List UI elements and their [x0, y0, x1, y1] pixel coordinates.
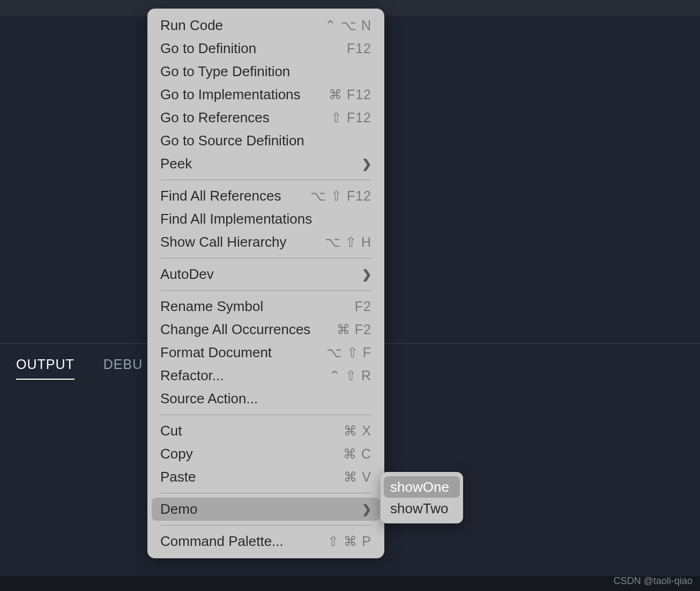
menu-item-autodev[interactable]: AutoDev ❯: [147, 263, 384, 286]
menu-item-shortcut: ⌃ ⇧ R: [329, 368, 371, 383]
menu-item-cut[interactable]: Cut ⌘ X: [147, 419, 384, 442]
menu-item-shortcut: ⌥ ⇧ H: [325, 234, 371, 250]
menu-item-shortcut: ⌃ ⌥ N: [325, 18, 371, 33]
submenu-item-showtwo[interactable]: showTwo: [381, 498, 463, 519]
menu-item-shortcut: ⌘ F12: [329, 87, 371, 102]
menu-item-shortcut: ⇧ F12: [331, 110, 371, 125]
chevron-right-icon: ❯: [362, 157, 371, 171]
menu-item-format-document[interactable]: Format Document ⌥ ⇧ F: [147, 341, 384, 364]
menu-item-refactor[interactable]: Refactor... ⌃ ⇧ R: [147, 364, 384, 387]
menu-item-label: Change All Occurrences: [160, 321, 337, 338]
menu-item-label: Go to Type Definition: [160, 63, 371, 80]
menu-item-shortcut: ⌥ ⇧ F12: [310, 188, 371, 204]
menu-item-label: Go to Implementations: [160, 86, 329, 103]
status-bar: [0, 576, 700, 591]
menu-item-go-to-references[interactable]: Go to References ⇧ F12: [147, 106, 384, 129]
menu-item-shortcut: F12: [347, 41, 371, 56]
menu-item-label: Refactor...: [160, 367, 329, 384]
menu-item-label: Paste: [160, 469, 344, 485]
menu-item-label: Copy: [160, 446, 343, 462]
menu-group: Cut ⌘ X Copy ⌘ C Paste ⌘ V: [147, 418, 384, 490]
menu-item-label: Demo: [160, 501, 362, 518]
menu-divider: [160, 290, 371, 291]
menu-item-paste[interactable]: Paste ⌘ V: [147, 466, 384, 489]
menu-item-find-all-implementations[interactable]: Find All Implementations: [147, 208, 384, 231]
submenu-demo: showOne showTwo: [381, 472, 463, 523]
menu-item-change-all-occurrences[interactable]: Change All Occurrences ⌘ F2: [147, 318, 384, 341]
menu-divider: [160, 258, 371, 258]
menu-item-source-action[interactable]: Source Action...: [147, 387, 384, 410]
menu-item-shortcut: ⌘ F2: [337, 322, 371, 337]
menu-item-shortcut: F2: [355, 299, 371, 314]
menu-item-label: Format Document: [160, 344, 326, 361]
menu-item-rename-symbol[interactable]: Rename Symbol F2: [147, 295, 384, 318]
tab-debug-console[interactable]: DEBU: [103, 357, 143, 380]
menu-item-label: Cut: [160, 423, 344, 439]
menu-item-label: Go to Source Definition: [160, 132, 371, 149]
menu-item-label: Go to Definition: [160, 40, 347, 57]
menu-item-label: Source Action...: [160, 390, 371, 407]
context-menu: Run Code ⌃ ⌥ N Go to Definition F12 Go t…: [147, 9, 384, 558]
menu-group: Find All References ⌥ ⇧ F12 Find All Imp…: [147, 183, 384, 255]
menu-item-shortcut: ⌥ ⇧ F: [326, 345, 371, 360]
submenu-item-label: showOne: [390, 479, 453, 496]
menu-item-shortcut: ⌘ V: [344, 469, 371, 485]
menu-item-label: Run Code: [160, 17, 325, 34]
menu-divider: [160, 525, 371, 526]
menu-item-go-to-type-definition[interactable]: Go to Type Definition: [147, 60, 384, 83]
menu-item-label: Rename Symbol: [160, 298, 355, 315]
menu-item-peek[interactable]: Peek ❯: [147, 152, 384, 175]
menu-item-run-code[interactable]: Run Code ⌃ ⌥ N: [147, 14, 384, 37]
chevron-right-icon: ❯: [362, 503, 371, 516]
menu-item-label: Peek: [160, 156, 362, 172]
menu-item-label: Show Call Hierarchy: [160, 234, 325, 250]
menu-item-label: Find All Implementations: [160, 211, 371, 227]
submenu-item-showone[interactable]: showOne: [384, 476, 460, 498]
menu-item-label: Command Palette...: [160, 533, 327, 550]
menu-group: Run Code ⌃ ⌥ N Go to Definition F12 Go t…: [147, 13, 384, 176]
menu-divider: [160, 180, 371, 180]
menu-item-label: AutoDev: [160, 266, 362, 283]
menu-group: Command Palette... ⇧ ⌘ P: [147, 529, 384, 554]
menu-item-go-to-definition[interactable]: Go to Definition F12: [147, 37, 384, 60]
menu-divider: [160, 415, 371, 415]
menu-group: Demo ❯: [147, 497, 384, 522]
menu-item-copy[interactable]: Copy ⌘ C: [147, 442, 384, 466]
tab-output[interactable]: OUTPUT: [16, 357, 75, 380]
watermark: CSDN @taoli-qiao: [614, 575, 692, 587]
menu-item-label: Go to References: [160, 109, 331, 126]
menu-divider: [160, 493, 371, 493]
menu-item-command-palette[interactable]: Command Palette... ⇧ ⌘ P: [147, 530, 384, 553]
menu-group: Rename Symbol F2 Change All Occurrences …: [147, 294, 384, 411]
menu-group: AutoDev ❯: [147, 262, 384, 287]
menu-item-shortcut: ⌘ X: [344, 423, 371, 439]
menu-item-shortcut: ⌘ C: [343, 446, 371, 462]
menu-item-find-all-references[interactable]: Find All References ⌥ ⇧ F12: [147, 184, 384, 208]
menu-item-go-to-source-definition[interactable]: Go to Source Definition: [147, 129, 384, 152]
menu-item-show-call-hierarchy[interactable]: Show Call Hierarchy ⌥ ⇧ H: [147, 231, 384, 254]
menu-item-shortcut: ⇧ ⌘ P: [327, 534, 371, 549]
menu-item-demo[interactable]: Demo ❯: [152, 498, 380, 521]
submenu-item-label: showTwo: [390, 500, 453, 517]
menu-item-label: Find All References: [160, 188, 310, 204]
chevron-right-icon: ❯: [362, 268, 371, 282]
menu-item-go-to-implementations[interactable]: Go to Implementations ⌘ F12: [147, 83, 384, 106]
